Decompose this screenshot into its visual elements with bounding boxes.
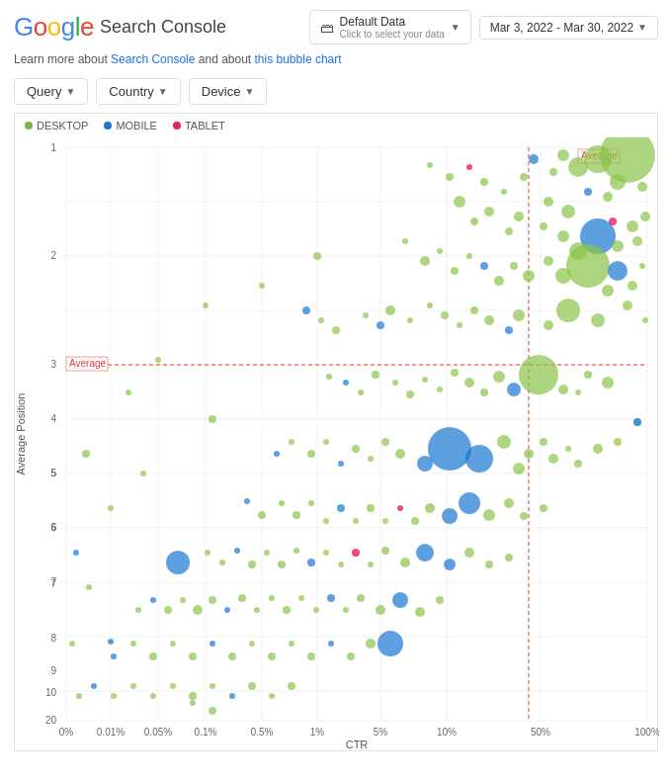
svg-point-89 [494,276,504,286]
svg-point-110 [363,312,369,318]
svg-text:4: 4 [50,413,56,424]
svg-point-172 [279,500,285,506]
svg-point-117 [507,383,521,396]
svg-point-163 [397,505,403,511]
svg-point-126 [392,380,398,386]
country-filter[interactable]: Country ▼ [96,78,180,105]
svg-point-249 [140,471,146,477]
svg-text:6: 6 [50,522,56,533]
svg-text:0.01%: 0.01% [97,727,125,738]
svg-point-143 [565,446,571,452]
svg-point-95 [639,263,645,269]
svg-point-245 [86,584,92,590]
mobile-dot [104,122,112,130]
svg-point-256 [126,390,131,395]
date-selector[interactable]: Mar 3, 2022 - Mar 30, 2022 ▼ [479,16,658,40]
svg-point-122 [451,369,459,377]
svg-point-197 [436,596,444,604]
svg-point-60 [640,212,650,221]
svg-point-166 [353,518,359,524]
legend-mobile: MOBILE [104,120,157,131]
svg-point-113 [332,326,340,334]
svg-point-223 [210,641,215,647]
svg-point-103 [470,306,478,314]
sub-header: Learn more about Search Console and abou… [0,50,672,74]
chevron-down-icon: ▼ [451,22,461,33]
svg-point-211 [180,597,186,603]
svg-point-218 [307,653,315,660]
svg-point-179 [400,558,410,567]
svg-point-184 [323,550,329,556]
svg-point-215 [366,639,376,649]
chevron-down-icon-device: ▼ [245,86,255,97]
svg-point-51 [610,174,626,190]
data-selector[interactable]: 🗃 Default Data Click to select your data… [309,10,471,44]
svg-point-154 [289,439,294,445]
bubble-chart: .axis-label { font-size: 10px; fill: #66… [15,137,659,750]
svg-point-99 [544,320,553,330]
device-label: Device [202,84,241,99]
svg-point-67 [612,240,624,252]
svg-point-189 [248,561,256,568]
svg-point-90 [480,262,488,270]
svg-point-75 [454,196,465,208]
device-filter[interactable]: Device ▼ [189,78,268,105]
svg-point-253 [259,283,265,289]
svg-point-234 [210,683,215,689]
svg-point-152 [593,444,603,454]
svg-point-247 [76,693,82,699]
bubble-chart-link[interactable]: this bubble chart [255,52,342,66]
search-console-link[interactable]: Search Console [111,52,195,66]
svg-point-73 [484,207,494,217]
svg-point-106 [427,303,433,308]
svg-point-182 [352,549,360,557]
svg-point-102 [484,315,494,325]
svg-point-50 [584,145,612,173]
legend-desktop: DESKTOP [25,120,88,131]
svg-point-85 [628,281,637,291]
svg-point-53 [557,149,569,161]
svg-point-203 [298,595,304,601]
svg-point-224 [189,653,197,660]
svg-point-77 [480,178,488,186]
svg-point-221 [249,641,255,647]
svg-point-76 [501,189,507,195]
svg-point-200 [343,607,349,613]
header: Google Search Console 🗃 Default Data Cli… [0,0,672,50]
svg-point-128 [358,390,364,395]
svg-point-80 [427,162,433,168]
svg-point-71 [514,212,524,221]
svg-point-155 [274,451,280,457]
svg-point-100 [513,309,525,321]
svg-text:1%: 1% [310,727,325,738]
svg-point-160 [520,512,528,520]
query-filter[interactable]: Query ▼ [14,78,88,105]
svg-point-252 [313,252,321,260]
svg-point-54 [603,192,613,202]
chart-container: .axis-label { font-size: 10px; fill: #66… [15,137,657,750]
svg-point-88 [510,262,518,270]
mobile-label: MOBILE [116,120,157,131]
svg-point-187 [278,561,286,568]
svg-point-248 [209,415,216,423]
svg-point-87 [523,270,535,282]
svg-point-63 [561,205,575,218]
legend: DESKTOP MOBILE TABLET [15,114,657,137]
svg-point-84 [602,285,614,297]
chevron-down-icon-query: ▼ [65,86,75,97]
data-selector-sublabel: Click to select your data [340,29,445,40]
desktop-dot [25,122,33,130]
svg-point-59 [520,173,528,181]
svg-point-251 [108,639,114,645]
svg-point-86 [544,256,553,266]
svg-point-192 [205,550,210,556]
svg-point-134 [326,374,332,380]
svg-point-137 [417,456,433,472]
country-label: Country [109,84,154,99]
svg-point-167 [337,504,345,512]
svg-point-115 [302,306,310,314]
svg-point-79 [446,173,454,181]
svg-point-214 [135,607,141,613]
svg-point-55 [584,188,592,196]
svg-point-140 [513,463,525,475]
